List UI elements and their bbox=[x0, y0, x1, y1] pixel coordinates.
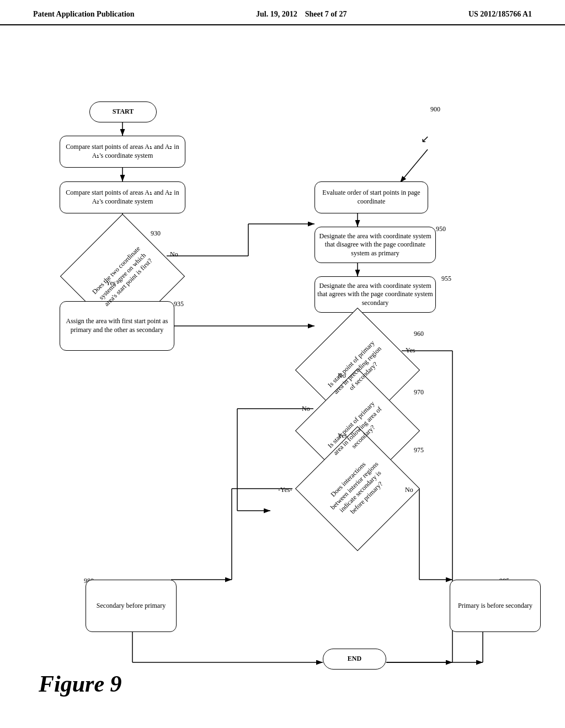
node-975: Does interactions between interior regio… bbox=[313, 445, 402, 533]
svg-line-30 bbox=[400, 149, 428, 183]
node-935: Assign the area with first start point a… bbox=[60, 301, 174, 351]
date-sheet-label: Jul. 19, 2012 Sheet 7 of 27 bbox=[256, 10, 347, 19]
arrow-900: ↙ bbox=[421, 133, 429, 145]
label-970: 970 bbox=[414, 388, 424, 397]
label-930-no: No bbox=[170, 250, 178, 259]
label-975: 975 bbox=[414, 446, 424, 454]
node-940: Evaluate order of start points in page c… bbox=[315, 181, 428, 213]
node-980: Secondary before primary bbox=[86, 580, 177, 632]
label-975-yes: -Yes- bbox=[278, 486, 292, 494]
node-950: Designate the area with coordinate syste… bbox=[315, 227, 436, 263]
label-955: 955 bbox=[441, 275, 451, 283]
node-955: Designate the area with coordinate syste… bbox=[315, 276, 436, 313]
start-terminal: START bbox=[89, 101, 157, 122]
label-960: 960 bbox=[414, 330, 424, 338]
publication-label: Patent Application Publication bbox=[33, 10, 135, 19]
flowchart: 900 ↙ START 910 Compare start points of … bbox=[0, 25, 565, 704]
node-985: Primary is before secondary bbox=[450, 580, 541, 632]
node-910: Compare start points of areas A₁ and A₂ … bbox=[60, 136, 185, 168]
label-960-yes: Yes bbox=[406, 346, 415, 355]
label-970-no: No bbox=[302, 405, 310, 413]
diagram-number-900: 900 bbox=[430, 105, 440, 114]
label-975-no: No bbox=[405, 486, 413, 494]
label-950: 950 bbox=[436, 225, 446, 233]
figure-label: Figure 9 bbox=[39, 671, 122, 697]
end-terminal: END bbox=[323, 649, 386, 670]
page-header: Patent Application Publication Jul. 19, … bbox=[0, 0, 565, 25]
label-935: 935 bbox=[174, 300, 184, 308]
patent-number-label: US 2012/185766 A1 bbox=[468, 10, 532, 19]
node-920: Compare start points of areas A₁ and A₂ … bbox=[60, 181, 185, 213]
